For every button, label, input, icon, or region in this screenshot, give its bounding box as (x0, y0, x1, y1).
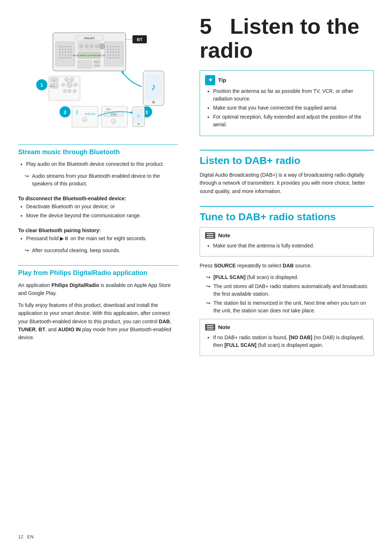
svg-point-6 (65, 46, 66, 48)
svg-point-79 (62, 83, 65, 87)
svg-text:BT: BT (137, 37, 142, 42)
svg-point-60 (99, 44, 105, 49)
svg-point-56 (79, 45, 83, 48)
tip-icon: ✦ (205, 75, 215, 85)
svg-point-37 (113, 49, 114, 50)
svg-point-8 (70, 46, 72, 48)
clear-pairing-label: To clear Bluetooth pairing history: (18, 227, 178, 233)
svg-rect-65 (94, 65, 100, 67)
svg-point-10 (62, 49, 64, 50)
clear-pairing-list: Pressand hold ▶⏸ on the main set for eig… (26, 235, 178, 244)
svg-point-11 (65, 49, 66, 50)
tune-steps-arrows: [FULL SCAN] (full scan) is displayed. Th… (206, 274, 374, 316)
svg-point-42 (113, 52, 114, 53)
note-box-1: Note Make sure that the antenna is fully… (200, 227, 374, 257)
svg-point-5 (62, 46, 64, 48)
svg-point-81 (68, 89, 72, 93)
svg-point-83 (73, 89, 77, 93)
svg-point-13 (70, 49, 72, 50)
svg-point-23 (70, 54, 72, 56)
svg-point-14 (59, 52, 61, 53)
svg-text:2: 2 (64, 110, 66, 115)
device-illustration: PHILIPS (18, 15, 178, 134)
svg-point-32 (113, 46, 114, 48)
svg-point-4 (59, 46, 61, 48)
svg-point-34 (118, 46, 119, 48)
svg-point-19 (59, 54, 61, 56)
svg-rect-96 (102, 106, 128, 127)
stream-bluetooth-arrow-list: Audio streams from your Bluetooth enable… (25, 172, 178, 189)
disconnect-label: To disconnect the Bluetooth-enabled devi… (18, 196, 178, 201)
tip-item-3: For optimal reception, fully extended an… (213, 113, 368, 128)
svg-point-36 (110, 49, 111, 50)
svg-text:♪: ♪ (137, 112, 140, 118)
svg-point-44 (118, 52, 119, 53)
svg-point-76 (65, 78, 69, 82)
tip-item-2: Make sure that you have connected the su… (213, 104, 368, 112)
chapter-title-line2: radio (200, 38, 253, 62)
svg-text:MICRO MUSIC SYSTEM BTB7150: MICRO MUSIC SYSTEM BTB7150 (73, 54, 105, 57)
stream-bluetooth-heading: Stream music through Bluetooth (18, 144, 178, 157)
tip-item-1: Position the antenna as far as possible … (213, 87, 368, 103)
note-header-2: Note (205, 323, 368, 332)
svg-point-18 (70, 52, 72, 53)
chapter-title: 5 Listen to the radio (200, 15, 374, 62)
svg-point-54 (118, 57, 119, 58)
svg-text:SOURCE: SOURCE (49, 86, 55, 87)
note-header-1: Note (205, 231, 368, 240)
note-label-1: Note (218, 231, 230, 240)
svg-point-49 (118, 54, 119, 56)
page-footer: 12 EN (18, 527, 178, 539)
svg-point-35 (107, 49, 109, 50)
svg-point-53 (115, 57, 117, 58)
step-memorized: The station list is memorized in the uni… (206, 299, 374, 315)
svg-point-17 (68, 52, 69, 53)
play-para-2: To fully enjoy features of this product,… (18, 301, 178, 342)
page-lang: EN (27, 534, 33, 539)
svg-point-33 (115, 46, 117, 48)
svg-point-57 (85, 45, 89, 48)
svg-point-22 (68, 54, 69, 56)
tip-header: ✦ Tip (205, 75, 368, 85)
svg-text:↩: ↩ (84, 119, 86, 121)
svg-point-27 (68, 57, 69, 58)
dab-body: Digital Audio Broadcasting (DAB+) is a w… (200, 171, 374, 195)
svg-point-38 (115, 49, 117, 50)
list-item: Deactivate Bluetooth on your device; or (26, 203, 178, 210)
svg-point-31 (110, 46, 111, 48)
svg-point-48 (115, 54, 117, 56)
svg-rect-3 (56, 42, 75, 66)
page-number: 12 (18, 534, 23, 539)
svg-text:PIN: PIN (106, 108, 110, 111)
svg-point-46 (110, 54, 111, 56)
note-label-2: Note (218, 323, 230, 332)
stream-bluetooth-list: Play audio on the Bluetooth device conne… (26, 160, 178, 169)
svg-point-12 (68, 49, 69, 50)
svg-point-40 (107, 52, 109, 53)
svg-text:♪: ♪ (151, 81, 156, 92)
svg-point-28 (70, 57, 72, 58)
svg-point-9 (59, 49, 61, 50)
svg-point-50 (107, 57, 109, 58)
clear-pairing-arrow-list: After successful clearing, beep sounds. (25, 247, 178, 256)
svg-point-45 (107, 54, 109, 56)
note-icon-1 (205, 232, 215, 239)
chapter-title-line1: Listen to the (230, 14, 359, 38)
svg-rect-64 (94, 61, 100, 63)
svg-point-59 (95, 45, 99, 48)
svg-text:3: 3 (145, 110, 148, 115)
svg-point-16 (65, 52, 66, 53)
dab-heading: Listen to DAB+ radio (200, 150, 374, 168)
svg-point-87 (152, 101, 155, 104)
svg-point-51 (110, 57, 111, 58)
svg-text:PHILIPS: PHILIPS (84, 37, 95, 40)
list-item: Audio streams from your Bluetooth enable… (25, 172, 178, 188)
play-digitalradio-heading: Play from Philips DigitalRadio applicati… (18, 265, 178, 278)
svg-text:ᛒ: ᛒ (75, 109, 79, 115)
svg-text:▲: ▲ (53, 80, 55, 82)
left-column: PHILIPS (0, 0, 189, 554)
disconnect-list: Deactivate Bluetooth on your device; or … (26, 203, 178, 221)
svg-point-20 (62, 54, 64, 56)
svg-point-78 (67, 82, 72, 87)
list-item: After successful clearing, beep sounds. (25, 247, 178, 254)
